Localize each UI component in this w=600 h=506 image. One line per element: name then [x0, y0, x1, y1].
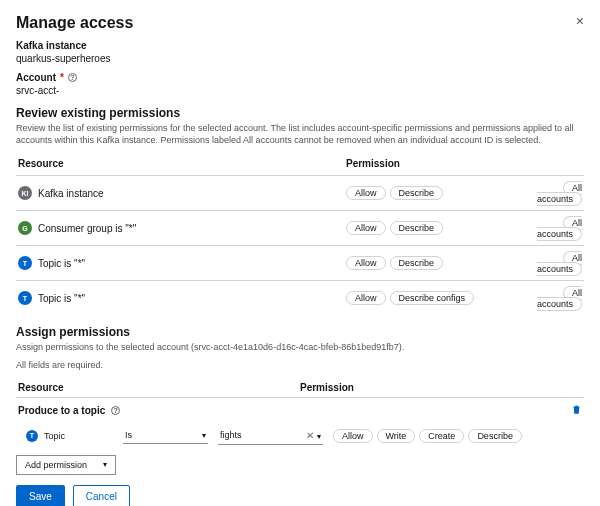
caret-down-icon: ▾ [317, 432, 321, 441]
permission-pill: Describe [468, 429, 522, 443]
trash-icon[interactable] [571, 404, 582, 417]
permission-pill: Describe [390, 221, 444, 235]
col-resource: Resource [18, 158, 340, 169]
resource-text: Consumer group is "*" [38, 223, 136, 234]
resource-text: Topic is "*" [38, 258, 85, 269]
account-label: Account [16, 72, 56, 83]
permissions-table: Resource Permission KIKafka instanceAllo… [16, 152, 584, 315]
help-icon[interactable]: ? [111, 406, 120, 415]
save-button[interactable]: Save [16, 485, 65, 506]
help-icon[interactable]: ? [68, 73, 77, 82]
caret-down-icon: ▾ [103, 460, 107, 469]
kafka-instance-label: Kafka instance [16, 40, 584, 51]
add-permission-button[interactable]: Add permission ▾ [16, 455, 116, 475]
resource-text: Topic is "*" [38, 293, 85, 304]
clear-icon[interactable]: ✕ [306, 430, 314, 441]
cancel-button[interactable]: Cancel [73, 485, 130, 506]
assign-col-resource: Resource [18, 382, 300, 393]
assign-col-permission: Permission [300, 382, 582, 393]
caret-down-icon: ▾ [202, 431, 206, 440]
table-row: KIKafka instanceAllowDescribeAll account… [16, 175, 584, 210]
add-permission-label: Add permission [25, 460, 87, 470]
assign-title: Assign permissions [16, 325, 584, 339]
col-permission: Permission [346, 158, 516, 169]
permission-pill: Allow [346, 291, 386, 305]
permission-pill: Describe [390, 256, 444, 270]
permission-pill: Describe [390, 186, 444, 200]
resource-type-icon: T [18, 291, 32, 305]
resource-text: Kafka instance [38, 188, 104, 199]
topic-icon: T [26, 430, 38, 442]
resource-chip-label: Topic [44, 431, 65, 441]
permission-pill: Write [377, 429, 416, 443]
assign-permission-row: T Topic Is ▾ fights ✕ ▾ AllowWriteCreate… [16, 423, 584, 453]
table-row: TTopic is "*"AllowDescribe configsAll ac… [16, 280, 584, 315]
permission-pill: Allow [346, 221, 386, 235]
permission-pill: Describe configs [390, 291, 475, 305]
assign-desc: Assign permissions to the selected accou… [16, 341, 584, 353]
topic-name-value: fights [220, 430, 242, 440]
topic-name-input[interactable]: fights ✕ ▾ [218, 427, 323, 445]
scope-pill: All accounts [537, 251, 582, 276]
assign-required-note: All fields are required. [16, 359, 584, 371]
page-title: Manage access [16, 14, 584, 32]
operator-select[interactable]: Is ▾ [123, 427, 208, 444]
resource-type-icon: G [18, 221, 32, 235]
resource-type-icon: KI [18, 186, 32, 200]
review-desc: Review the list of existing permissions … [16, 122, 584, 146]
permission-pill: Allow [333, 429, 373, 443]
assign-template-label: Produce to a topic [18, 405, 105, 416]
permission-pill: Allow [346, 256, 386, 270]
kafka-instance-value: quarkus-superheroes [16, 53, 584, 64]
required-marker: * [60, 72, 64, 83]
table-row: TTopic is "*"AllowDescribeAll accounts [16, 245, 584, 280]
review-title: Review existing permissions [16, 106, 584, 120]
close-icon[interactable]: × [576, 14, 584, 28]
scope-pill: All accounts [537, 286, 582, 311]
resource-chip: T Topic [18, 429, 113, 443]
scope-pill: All accounts [537, 216, 582, 241]
scope-pill: All accounts [537, 181, 582, 206]
account-value: srvc-acct- [16, 85, 584, 96]
operator-value: Is [125, 430, 132, 440]
resource-type-icon: T [18, 256, 32, 270]
table-row: GConsumer group is "*"AllowDescribeAll a… [16, 210, 584, 245]
permission-pill: Create [419, 429, 464, 443]
permission-pill: Allow [346, 186, 386, 200]
